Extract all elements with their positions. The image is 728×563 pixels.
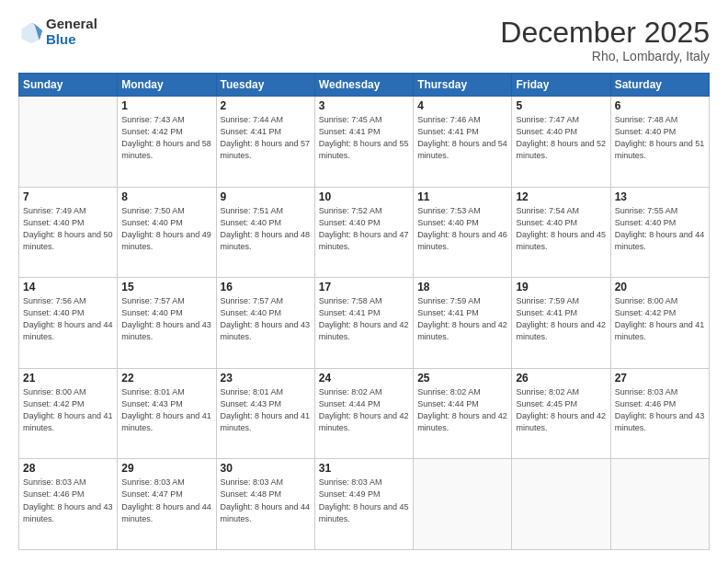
day-number: 22: [121, 372, 211, 385]
calendar-header-row: Sunday Monday Tuesday Wednesday Thursday…: [19, 74, 710, 97]
table-row: 23Sunrise: 8:01 AM Sunset: 4:43 PM Dayli…: [216, 368, 314, 459]
day-info: Sunrise: 7:49 AM Sunset: 4:40 PM Dayligh…: [23, 205, 113, 253]
day-number: 25: [417, 372, 507, 385]
table-row: 25Sunrise: 8:02 AM Sunset: 4:44 PM Dayli…: [414, 368, 512, 459]
table-row: 21Sunrise: 8:00 AM Sunset: 4:42 PM Dayli…: [19, 368, 118, 459]
day-number: 29: [121, 462, 211, 475]
col-friday: Friday: [512, 74, 610, 97]
day-info: Sunrise: 7:50 AM Sunset: 4:40 PM Dayligh…: [121, 205, 211, 253]
table-row: 19Sunrise: 7:59 AM Sunset: 4:41 PM Dayli…: [512, 278, 610, 369]
calendar-week-row: 7Sunrise: 7:49 AM Sunset: 4:40 PM Daylig…: [19, 187, 710, 278]
day-number: 31: [319, 462, 409, 475]
logo-general-text: General: [46, 17, 97, 32]
table-row: 6Sunrise: 7:48 AM Sunset: 4:40 PM Daylig…: [610, 97, 709, 188]
table-row: 11Sunrise: 7:53 AM Sunset: 4:40 PM Dayli…: [414, 187, 512, 278]
table-row: 15Sunrise: 7:57 AM Sunset: 4:40 PM Dayli…: [118, 278, 216, 369]
table-row: 2Sunrise: 7:44 AM Sunset: 4:41 PM Daylig…: [216, 97, 314, 188]
table-row: 3Sunrise: 7:45 AM Sunset: 4:41 PM Daylig…: [314, 97, 413, 188]
table-row: 10Sunrise: 7:52 AM Sunset: 4:40 PM Dayli…: [314, 187, 413, 278]
day-info: Sunrise: 8:03 AM Sunset: 4:46 PM Dayligh…: [615, 386, 705, 434]
day-info: Sunrise: 7:59 AM Sunset: 4:41 PM Dayligh…: [417, 295, 507, 343]
day-number: 28: [23, 462, 113, 475]
calendar-week-row: 1Sunrise: 7:43 AM Sunset: 4:42 PM Daylig…: [19, 97, 710, 188]
day-number: 23: [221, 372, 311, 385]
day-info: Sunrise: 8:03 AM Sunset: 4:49 PM Dayligh…: [319, 477, 409, 524]
table-row: 18Sunrise: 7:59 AM Sunset: 4:41 PM Dayli…: [414, 278, 512, 369]
day-number: 20: [615, 281, 705, 293]
page: General Blue December 2025 Rho, Lombardy…: [0, 0, 728, 563]
logo-text: General Blue: [46, 17, 97, 47]
day-number: 1: [121, 99, 211, 112]
day-number: 3: [319, 99, 409, 112]
table-row: 24Sunrise: 8:02 AM Sunset: 4:44 PM Dayli…: [314, 368, 413, 459]
day-info: Sunrise: 7:51 AM Sunset: 4:40 PM Dayligh…: [221, 205, 311, 253]
title-block: December 2025 Rho, Lombardy, Italy: [500, 17, 710, 63]
table-row: 26Sunrise: 8:02 AM Sunset: 4:45 PM Dayli…: [512, 368, 610, 459]
table-row: 14Sunrise: 7:56 AM Sunset: 4:40 PM Dayli…: [19, 278, 118, 369]
header: General Blue December 2025 Rho, Lombardy…: [18, 17, 710, 63]
col-thursday: Thursday: [414, 74, 512, 97]
logo-icon: [18, 19, 44, 45]
logo-blue-text: Blue: [46, 32, 97, 48]
calendar-body: 1Sunrise: 7:43 AM Sunset: 4:42 PM Daylig…: [19, 97, 710, 550]
day-number: 26: [516, 372, 606, 385]
logo: General Blue: [18, 17, 97, 47]
day-info: Sunrise: 7:59 AM Sunset: 4:41 PM Dayligh…: [516, 295, 606, 343]
day-info: Sunrise: 8:02 AM Sunset: 4:44 PM Dayligh…: [319, 386, 409, 434]
location: Rho, Lombardy, Italy: [500, 49, 710, 63]
table-row: 12Sunrise: 7:54 AM Sunset: 4:40 PM Dayli…: [512, 187, 610, 278]
col-sunday: Sunday: [19, 74, 118, 97]
table-row: 17Sunrise: 7:58 AM Sunset: 4:41 PM Dayli…: [314, 278, 413, 369]
day-info: Sunrise: 7:47 AM Sunset: 4:40 PM Dayligh…: [516, 114, 606, 162]
day-number: 15: [121, 281, 211, 293]
day-info: Sunrise: 7:58 AM Sunset: 4:41 PM Dayligh…: [319, 295, 409, 343]
table-row: 28Sunrise: 8:03 AM Sunset: 4:46 PM Dayli…: [19, 459, 118, 550]
calendar-table: Sunday Monday Tuesday Wednesday Thursday…: [18, 73, 710, 550]
day-info: Sunrise: 7:48 AM Sunset: 4:40 PM Dayligh…: [615, 114, 705, 162]
col-saturday: Saturday: [610, 74, 709, 97]
calendar-week-row: 28Sunrise: 8:03 AM Sunset: 4:46 PM Dayli…: [19, 459, 710, 550]
calendar-week-row: 21Sunrise: 8:00 AM Sunset: 4:42 PM Dayli…: [19, 368, 710, 459]
day-number: 12: [516, 190, 606, 203]
table-row: 22Sunrise: 8:01 AM Sunset: 4:43 PM Dayli…: [118, 368, 216, 459]
table-row: 7Sunrise: 7:49 AM Sunset: 4:40 PM Daylig…: [19, 187, 118, 278]
col-wednesday: Wednesday: [314, 74, 413, 97]
day-number: 21: [23, 372, 113, 385]
col-monday: Monday: [118, 74, 216, 97]
day-number: 5: [516, 99, 606, 112]
table-row: 31Sunrise: 8:03 AM Sunset: 4:49 PM Dayli…: [314, 459, 413, 550]
day-info: Sunrise: 7:56 AM Sunset: 4:40 PM Dayligh…: [23, 295, 113, 343]
table-row: 9Sunrise: 7:51 AM Sunset: 4:40 PM Daylig…: [216, 187, 314, 278]
table-row: [414, 459, 512, 550]
day-number: 6: [615, 99, 705, 112]
day-info: Sunrise: 7:52 AM Sunset: 4:40 PM Dayligh…: [319, 205, 409, 253]
table-row: 27Sunrise: 8:03 AM Sunset: 4:46 PM Dayli…: [610, 368, 709, 459]
day-number: 14: [23, 281, 113, 293]
month-year: December 2025: [500, 17, 710, 49]
day-number: 30: [221, 462, 311, 475]
day-info: Sunrise: 8:00 AM Sunset: 4:42 PM Dayligh…: [23, 386, 113, 434]
day-info: Sunrise: 7:53 AM Sunset: 4:40 PM Dayligh…: [417, 205, 507, 253]
table-row: 1Sunrise: 7:43 AM Sunset: 4:42 PM Daylig…: [118, 97, 216, 188]
day-number: 11: [417, 190, 507, 203]
day-info: Sunrise: 7:57 AM Sunset: 4:40 PM Dayligh…: [121, 295, 211, 343]
table-row: 16Sunrise: 7:57 AM Sunset: 4:40 PM Dayli…: [216, 278, 314, 369]
table-row: [512, 459, 610, 550]
col-tuesday: Tuesday: [216, 74, 314, 97]
day-info: Sunrise: 8:02 AM Sunset: 4:45 PM Dayligh…: [516, 386, 606, 434]
day-info: Sunrise: 8:00 AM Sunset: 4:42 PM Dayligh…: [615, 295, 705, 343]
table-row: 8Sunrise: 7:50 AM Sunset: 4:40 PM Daylig…: [118, 187, 216, 278]
day-number: 4: [417, 99, 507, 112]
day-number: 10: [319, 190, 409, 203]
day-info: Sunrise: 8:03 AM Sunset: 4:46 PM Dayligh…: [23, 477, 113, 524]
day-number: 16: [221, 281, 311, 293]
table-row: 20Sunrise: 8:00 AM Sunset: 4:42 PM Dayli…: [610, 278, 709, 369]
calendar-week-row: 14Sunrise: 7:56 AM Sunset: 4:40 PM Dayli…: [19, 278, 710, 369]
day-number: 13: [615, 190, 705, 203]
day-number: 7: [23, 190, 113, 203]
day-info: Sunrise: 7:45 AM Sunset: 4:41 PM Dayligh…: [319, 114, 409, 162]
day-number: 27: [615, 372, 705, 385]
table-row: [19, 97, 118, 188]
day-number: 18: [417, 281, 507, 293]
table-row: [610, 459, 709, 550]
